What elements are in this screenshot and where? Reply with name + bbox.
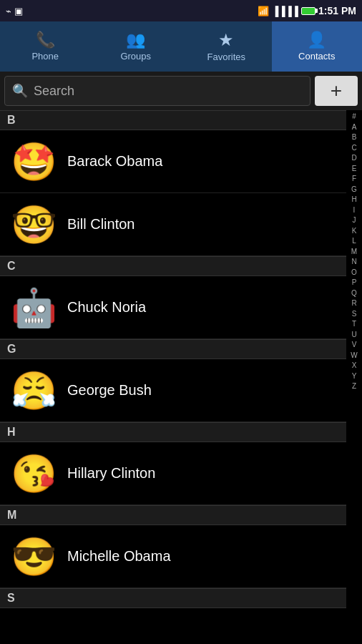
search-bar: 🔍 + xyxy=(0,72,362,110)
camera-icon: ▣ xyxy=(14,6,23,16)
contact-avatar-george-bush: 😤 xyxy=(9,366,59,416)
alpha-letter-d[interactable]: D xyxy=(346,153,362,164)
tab-groups-label: Groups xyxy=(120,51,151,62)
favorites-icon: ★ xyxy=(218,31,234,49)
contact-avatar-hillary-clinton: 😘 xyxy=(9,449,59,499)
contact-item-michelle-obama[interactable]: 😎Michelle Obama xyxy=(0,525,346,588)
alpha-letter-w[interactable]: W xyxy=(346,351,362,361)
contact-name-hillary-clinton: Hillary Clinton xyxy=(67,465,155,482)
phone-icon: 📞 xyxy=(36,32,55,48)
contact-name-barack-obama: Barack Obama xyxy=(67,153,162,170)
contact-avatar-michelle-obama: 😎 xyxy=(9,532,59,582)
alpha-letter-o[interactable]: O xyxy=(346,268,362,278)
alpha-letter-e[interactable]: E xyxy=(346,164,362,175)
alpha-letter-y[interactable]: Y xyxy=(346,371,362,382)
contacts-list: B🤩Barack Obama🤓Bill ClintonC🤖Chuck Noria… xyxy=(0,110,362,608)
section-header-h: H xyxy=(0,422,346,442)
tab-phone[interactable]: 📞 Phone xyxy=(0,21,91,72)
section-header-b: B xyxy=(0,110,346,130)
contact-name-bill-clinton: Bill Clinton xyxy=(67,216,134,233)
alpha-letter-c[interactable]: C xyxy=(346,143,362,154)
alpha-letter-l[interactable]: L xyxy=(346,236,362,247)
contact-avatar-chuck-noria: 🤖 xyxy=(9,283,59,333)
tab-groups[interactable]: 👥 Groups xyxy=(91,21,182,72)
alpha-letter-i[interactable]: I xyxy=(346,205,362,216)
alpha-letter-u[interactable]: U xyxy=(346,330,362,341)
status-bar: ⌁ ▣ 📶 ▐▐▐▐ 1:51 PM xyxy=(0,0,362,21)
alpha-letter-z[interactable]: Z xyxy=(346,381,362,392)
signal-icon: ▐▐▐▐ xyxy=(272,6,298,16)
alpha-letter-q[interactable]: Q xyxy=(346,288,362,299)
tab-bar: 📞 Phone 👥 Groups ★ Favorites 👤 Contacts xyxy=(0,21,362,72)
alpha-letter-h[interactable]: H xyxy=(346,195,362,205)
add-contact-button[interactable]: + xyxy=(315,76,358,106)
contact-item-george-bush[interactable]: 😤George Bush xyxy=(0,359,346,422)
section-header-s: S xyxy=(0,588,346,608)
search-icon: 🔍 xyxy=(12,83,28,99)
tab-favorites[interactable]: ★ Favorites xyxy=(181,21,272,72)
section-header-g: G xyxy=(0,339,346,359)
alpha-letter-t[interactable]: T xyxy=(346,319,362,330)
section-header-c: C xyxy=(0,256,346,276)
search-input-wrap: 🔍 xyxy=(4,76,310,106)
alpha-letter-j[interactable]: J xyxy=(346,215,362,226)
section-header-m: M xyxy=(0,505,346,525)
alpha-letter-f[interactable]: F xyxy=(346,174,362,185)
alpha-letter-x[interactable]: X xyxy=(346,361,362,371)
alpha-letter-#[interactable]: # xyxy=(346,112,362,122)
contact-name-george-bush: George Bush xyxy=(67,382,152,399)
alpha-letter-s[interactable]: S xyxy=(346,309,362,320)
contact-item-chuck-noria[interactable]: 🤖Chuck Noria xyxy=(0,276,346,339)
alpha-letter-p[interactable]: P xyxy=(346,278,362,288)
groups-icon: 👥 xyxy=(126,32,145,48)
contact-avatar-bill-clinton: 🤓 xyxy=(9,200,59,250)
alpha-letter-m[interactable]: M xyxy=(346,247,362,258)
contact-avatar-barack-obama: 🤩 xyxy=(9,137,59,187)
contact-name-michelle-obama: Michelle Obama xyxy=(67,548,171,565)
tab-phone-label: Phone xyxy=(31,51,59,62)
alpha-letter-v[interactable]: V xyxy=(346,340,362,351)
status-icons-left: ⌁ ▣ xyxy=(6,6,23,16)
contacts-icon: 👤 xyxy=(307,32,326,48)
status-icons-right: 📶 ▐▐▐▐ 1:51 PM xyxy=(258,5,356,16)
contact-name-chuck-noria: Chuck Noria xyxy=(67,299,146,316)
contact-item-bill-clinton[interactable]: 🤓Bill Clinton xyxy=(0,193,346,256)
tab-favorites-label: Favorites xyxy=(207,52,245,62)
alphabet-index: #ABCDEFGHIJKLMNOPQRSTUVWXYZ xyxy=(346,110,362,644)
search-input[interactable] xyxy=(34,84,303,99)
status-time: 1:51 PM xyxy=(318,5,356,16)
tab-contacts-label: Contacts xyxy=(298,51,335,62)
contact-item-hillary-clinton[interactable]: 😘Hillary Clinton xyxy=(0,442,346,505)
alpha-letter-b[interactable]: B xyxy=(346,132,362,143)
alpha-letter-g[interactable]: G xyxy=(346,185,362,195)
alpha-letter-a[interactable]: A xyxy=(346,122,362,133)
tab-contacts[interactable]: 👤 Contacts xyxy=(272,21,363,72)
battery-icon xyxy=(301,7,315,15)
alpha-letter-n[interactable]: N xyxy=(346,257,362,268)
usb-icon: ⌁ xyxy=(6,6,11,16)
alpha-letter-k[interactable]: K xyxy=(346,226,362,237)
contact-item-barack-obama[interactable]: 🤩Barack Obama xyxy=(0,130,346,193)
wifi-icon: 📶 xyxy=(258,6,269,16)
alpha-letter-r[interactable]: R xyxy=(346,298,362,309)
